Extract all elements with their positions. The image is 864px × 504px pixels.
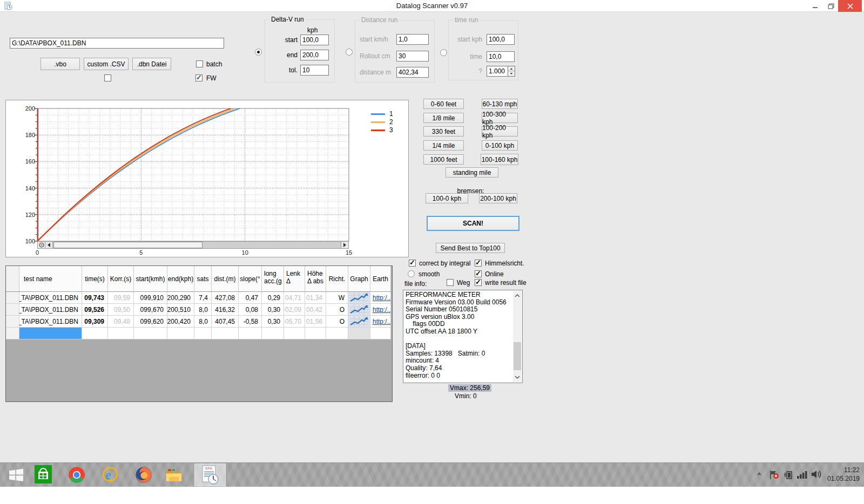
firefox-icon[interactable]	[135, 466, 152, 483]
table-cell[interactable]: 099,670	[134, 304, 167, 316]
table-header-cell[interactable]: long acc.(g	[262, 266, 284, 292]
zoom-out-icon[interactable]	[38, 242, 45, 248]
spinner-up-icon[interactable]	[508, 66, 515, 71]
graph-cell[interactable]	[348, 292, 370, 304]
chrome-icon[interactable]	[68, 466, 85, 483]
table-cell[interactable]: -0,58	[239, 316, 262, 328]
table-header-cell[interactable]: Richt.	[326, 266, 348, 292]
table-header-cell[interactable]: Lenk Δ	[284, 266, 305, 292]
table-cell[interactable]	[348, 328, 370, 339]
close-button[interactable]	[838, 0, 862, 12]
spinner-down-icon[interactable]	[508, 71, 515, 76]
table-cell[interactable]	[239, 328, 262, 339]
distance-m-input[interactable]	[396, 67, 429, 78]
table-cell[interactable]: O	[326, 316, 348, 328]
earth-link[interactable]: http:/...	[373, 318, 391, 325]
table-cell[interactable]: 1_TA\PBOX_011.DBN	[19, 292, 82, 304]
file-info-scrollbar[interactable]	[513, 291, 522, 382]
table-header-cell[interactable]: time(s)	[82, 266, 108, 292]
table-header-cell[interactable]: start(kmh)	[134, 266, 167, 292]
table-cell[interactable]: 7,4	[194, 292, 212, 304]
table-header-cell[interactable]: dist.(m)	[212, 266, 239, 292]
time-value-input[interactable]	[487, 51, 515, 62]
btn-200-100-kph[interactable]: 200-100 kph	[479, 193, 517, 203]
scan-button[interactable]: SCAN!	[427, 216, 519, 231]
rollout-input[interactable]	[396, 51, 429, 62]
table-cell[interactable]	[194, 328, 212, 339]
table-cell[interactable]	[370, 328, 391, 339]
table-cell[interactable]	[262, 328, 284, 339]
dbn-datei-button[interactable]: .dbn Datei	[132, 58, 171, 70]
table-cell[interactable]: 0,08	[239, 304, 262, 316]
table-cell[interactable]: 09,309	[82, 316, 108, 328]
table-cell[interactable]: 09,743	[82, 292, 108, 304]
row-header[interactable]	[6, 328, 19, 339]
table-cell[interactable]: 04,71	[284, 292, 305, 304]
table-cell[interactable]	[326, 328, 348, 339]
table-cell[interactable]: 3_TA\PBOX_011.DBN	[19, 316, 82, 328]
online-checkbox[interactable]	[475, 270, 482, 277]
table-cell[interactable]: 416,32	[212, 304, 239, 316]
scroll-right-icon[interactable]	[341, 242, 348, 248]
table-cell[interactable]	[167, 328, 194, 339]
scroll-down-icon[interactable]	[515, 373, 520, 381]
batch-checkbox[interactable]	[196, 60, 203, 67]
table-header-cell[interactable]: test name	[19, 266, 82, 292]
table-cell[interactable]: 2_TA\PBOX_011.DBN	[19, 304, 82, 316]
file-info-scrollbar-thumb[interactable]	[514, 342, 521, 370]
time-run-radio[interactable]	[440, 49, 447, 56]
table-cell[interactable]: 427,08	[212, 292, 239, 304]
table-cell[interactable]: -02,09	[284, 304, 305, 316]
table-cell[interactable]: 01,56	[305, 316, 326, 328]
btn-100-160-kph[interactable]: 100-160 kph	[481, 154, 518, 165]
table-corner-header[interactable]	[6, 266, 19, 292]
custom-csv-button[interactable]: custom .CSV	[84, 58, 129, 70]
weg-checkbox[interactable]	[447, 279, 454, 286]
table-header-cell[interactable]: slope(°	[239, 266, 262, 292]
table-cell[interactable]: http:/...	[370, 316, 391, 328]
graph-cell[interactable]	[348, 316, 370, 328]
btn-100-300-kph[interactable]: 100-300 kph	[482, 113, 518, 123]
btn-60-130-mph[interactable]: 60-130 mph	[482, 99, 518, 109]
unnamed-checkbox[interactable]	[104, 74, 111, 81]
spinner-buttons[interactable]	[508, 66, 515, 77]
table-header-cell[interactable]: Höhe Δ abs	[305, 266, 326, 292]
table-cell[interactable]: 0,30	[262, 304, 284, 316]
fw-checkbox[interactable]	[195, 74, 202, 81]
btn-100-0-kph[interactable]: 100-0 kph	[426, 193, 468, 203]
selected-cell[interactable]	[19, 328, 82, 339]
windows-store-icon[interactable]	[35, 466, 52, 483]
btn-1-4-mile[interactable]: 1/4 mile	[423, 140, 464, 151]
power-plug-icon[interactable]	[783, 469, 794, 482]
table-cell[interactable]: 00,42	[305, 304, 326, 316]
row-header[interactable]	[6, 304, 19, 316]
action-center-flag-icon[interactable]	[769, 469, 780, 482]
table-cell[interactable]	[134, 328, 167, 339]
table-cell[interactable]: 099,620	[134, 316, 167, 328]
table-header-cell[interactable]: Earth	[370, 266, 391, 292]
table-cell[interactable]	[284, 328, 305, 339]
smooth-radio[interactable]	[408, 270, 415, 277]
table-cell[interactable]	[108, 328, 134, 339]
table-cell[interactable]: 200,420	[167, 316, 194, 328]
table-cell[interactable]: 09,50	[108, 304, 134, 316]
table-cell[interactable]: 0,29	[262, 292, 284, 304]
earth-link[interactable]: http:/...	[373, 294, 391, 302]
table-cell[interactable]: 09,526	[82, 304, 108, 316]
btn-100-200-kph[interactable]: 100-200 kph	[482, 126, 518, 137]
correct-by-integral-checkbox[interactable]	[409, 260, 416, 267]
send-best-button[interactable]: Send Best to Top100	[436, 243, 505, 253]
scroll-left-icon[interactable]	[45, 242, 53, 248]
graph-cell[interactable]	[348, 304, 370, 316]
table-cell[interactable]: 0,30	[262, 316, 284, 328]
network-signal-icon[interactable]	[797, 469, 809, 481]
table-cell[interactable]: W	[326, 292, 348, 304]
delta-v-run-radio[interactable]	[255, 49, 262, 56]
table-cell[interactable]: 09,48	[108, 316, 134, 328]
table-cell[interactable]	[305, 328, 326, 339]
delta-tol-input[interactable]	[300, 65, 329, 76]
delta-end-input[interactable]	[300, 50, 329, 60]
write-result-file-checkbox[interactable]	[475, 279, 482, 286]
file-info-box[interactable]: PERFORMANCE METER Firmware Version 03.00…	[403, 290, 523, 383]
table-cell[interactable]: 200,510	[167, 304, 194, 316]
